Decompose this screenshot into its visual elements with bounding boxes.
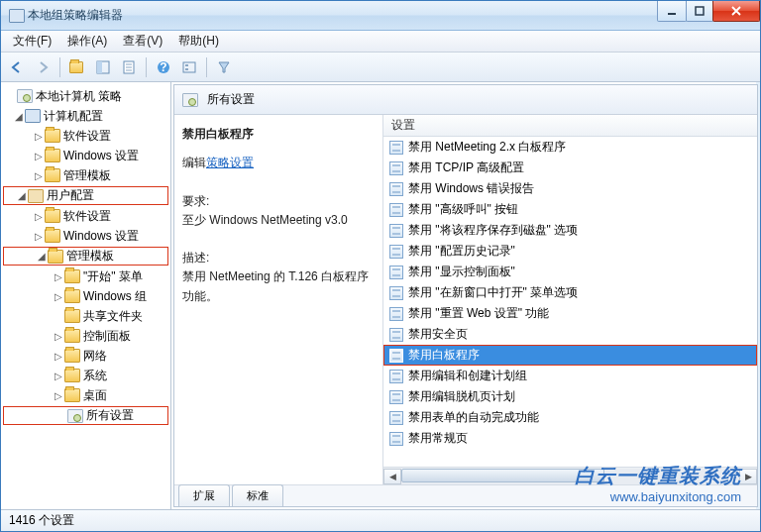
list-row[interactable]: 禁用 NetMeeting 2.x 白板程序 [383,137,757,158]
tree-user-config[interactable]: ◢用户配置 [3,186,168,205]
list-header[interactable]: 设置 [383,115,757,137]
list-row-label: 禁用 Windows 错误报告 [408,180,534,197]
policy-item-icon [389,224,403,238]
tree-system[interactable]: ▷系统 [1,366,170,385]
tree-network[interactable]: ▷网络 [1,346,170,366]
policy-item-icon [389,411,403,425]
tree-label: 所有设置 [86,407,134,424]
tree-start-menu[interactable]: ▷"开始" 菜单 [1,266,170,286]
filter-button[interactable] [212,55,236,79]
expand-icon[interactable]: ▷ [53,390,64,401]
list-row[interactable]: 禁用 "高级呼叫" 按钮 [383,199,757,220]
expand-icon[interactable]: ▷ [33,170,45,181]
expand-icon[interactable]: ▷ [33,131,45,142]
policy-item-icon [389,182,403,196]
expand-icon[interactable]: ▷ [53,271,64,282]
collapse-icon[interactable]: ◢ [16,190,28,201]
window-frame: 本地组策略编辑器 文件(F) 操作(A) 查看(V) 帮助(H) ? 本地计算机… [0,0,761,532]
scroll-right-icon[interactable]: ▶ [739,469,757,484]
forward-button[interactable] [31,55,54,79]
list-row[interactable]: 禁用表单的自动完成功能 [383,407,757,428]
collapse-icon[interactable]: ◢ [13,111,25,122]
list-row[interactable]: 禁用 TCP/IP 高级配置 [383,158,757,178]
edit-policy-link[interactable]: 策略设置 [206,156,254,169]
tree-label: 桌面 [83,387,107,404]
policy-item-icon [389,432,403,446]
minimize-button[interactable] [657,1,687,22]
computer-icon [25,109,41,123]
help-button[interactable]: ? [152,55,175,79]
tab-extended[interactable]: 扩展 [178,484,230,506]
list-row[interactable]: 禁用安全页 [383,324,757,345]
folder-icon [64,369,80,382]
tree-comp-software[interactable]: ▷软件设置 [1,126,170,146]
list-row[interactable]: 禁用 "显示控制面板" [383,262,757,282]
list-row[interactable]: 禁用编辑和创建计划组 [383,366,757,386]
tree-pane[interactable]: 本地计算机 策略 ◢计算机配置 ▷软件设置 ▷Windows 设置 ▷管理模板 … [1,82,171,509]
back-button[interactable] [5,55,29,79]
list-row[interactable]: 禁用 Windows 错误报告 [383,178,757,199]
list-body[interactable]: 禁用 NetMeeting 2.x 白板程序禁用 TCP/IP 高级配置禁用 W… [383,137,757,467]
pane-body: 禁用白板程序 编辑策略设置 要求: 至少 Windows NetMeeting … [174,115,757,484]
close-button[interactable] [712,1,760,22]
scroll-thumb[interactable] [401,469,604,482]
list-row[interactable]: 禁用 "在新窗口中打开" 菜单选项 [383,282,757,303]
tree-comp-windows[interactable]: ▷Windows 设置 [1,146,170,165]
scroll-track[interactable] [401,469,739,484]
scroll-left-icon[interactable]: ◀ [383,469,401,484]
tree-shared-folders[interactable]: 共享文件夹 [1,306,170,326]
tree-win-components[interactable]: ▷Windows 组 [1,286,170,306]
options-button[interactable] [177,55,201,79]
svg-rect-1 [696,7,704,15]
maximize-button[interactable] [686,1,713,22]
list-row-label: 禁用 "重置 Web 设置" 功能 [408,305,549,322]
list-row-label: 禁用常规页 [408,430,468,447]
tree-label: "开始" 菜单 [83,268,143,285]
titlebar[interactable]: 本地组策略编辑器 [1,1,760,31]
list-row[interactable]: 禁用 "重置 Web 设置" 功能 [383,303,757,324]
up-button[interactable] [65,55,89,79]
policy-item-icon [389,161,403,175]
menu-view[interactable]: 查看(V) [115,31,170,52]
req-label: 要求: [182,192,375,211]
svg-text:?: ? [160,60,166,74]
expand-icon[interactable]: ▷ [33,211,45,222]
menu-file[interactable]: 文件(F) [5,31,59,52]
expand-icon[interactable]: ▷ [33,151,45,161]
menu-action[interactable]: 操作(A) [59,31,115,52]
expand-icon[interactable]: ▷ [53,371,64,381]
tree-all-settings[interactable]: 所有设置 [3,406,168,425]
tree-root[interactable]: 本地计算机 策略 [1,86,170,106]
tree-computer-config[interactable]: ◢计算机配置 [1,106,170,126]
tree-user-windows[interactable]: ▷Windows 设置 [1,226,170,246]
svg-rect-9 [185,68,188,70]
menubar: 文件(F) 操作(A) 查看(V) 帮助(H) [1,31,760,53]
list-row[interactable]: 禁用编辑脱机页计划 [383,386,757,407]
collapse-icon[interactable]: ◢ [36,251,48,262]
list-row[interactable]: 禁用常规页 [383,428,757,449]
list-row[interactable]: 禁用 "配置历史记录" [383,241,757,262]
folder-icon [45,209,60,223]
list-row-label: 禁用 NetMeeting 2.x 白板程序 [408,139,566,156]
desc-label: 描述: [182,249,375,267]
list-row[interactable]: 禁用 "将该程序保存到磁盘" 选项 [383,220,757,241]
tab-standard[interactable]: 标准 [232,484,283,506]
list-row[interactable]: 禁用白板程序 [383,345,757,366]
pane-title: 所有设置 [207,91,255,108]
show-tree-button[interactable] [91,55,115,79]
tree-label: 用户配置 [47,187,94,204]
expand-icon[interactable]: ▷ [53,291,64,302]
expand-icon[interactable]: ▷ [33,231,45,242]
tree-user-templates[interactable]: ◢管理模板 [3,247,168,266]
expand-icon[interactable]: ▷ [53,331,64,342]
tree-label: 管理模板 [66,248,114,265]
tree-comp-templates[interactable]: ▷管理模板 [1,165,170,185]
body: 本地计算机 策略 ◢计算机配置 ▷软件设置 ▷Windows 设置 ▷管理模板 … [1,82,760,509]
tree-user-software[interactable]: ▷软件设置 [1,206,170,226]
tree-desktop[interactable]: ▷桌面 [1,385,170,405]
properties-button[interactable] [117,55,141,79]
horizontal-scrollbar[interactable]: ◀ ▶ [383,467,757,484]
tree-control-panel[interactable]: ▷控制面板 [1,326,170,346]
menu-help[interactable]: 帮助(H) [170,31,227,52]
expand-icon[interactable]: ▷ [53,351,64,362]
